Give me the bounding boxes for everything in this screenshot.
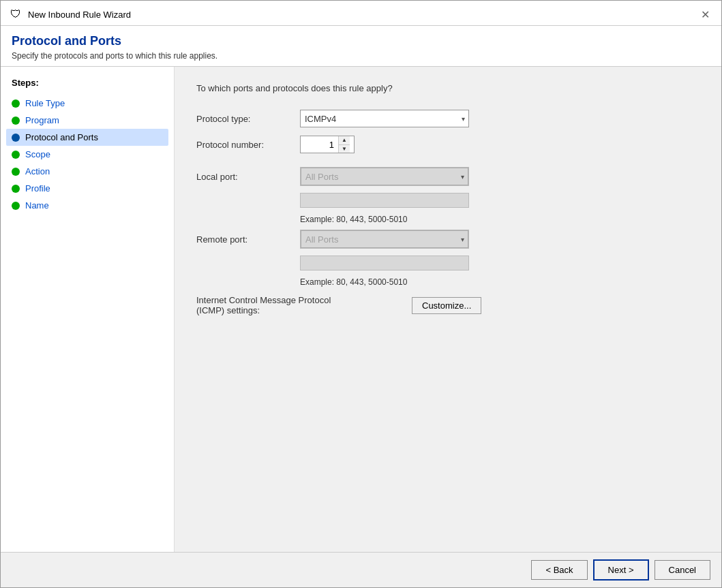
close-button[interactable]: ✕: [697, 6, 713, 22]
customize-button[interactable]: Customize...: [412, 297, 481, 314]
step-dot-profile: [12, 185, 20, 193]
local-port-select[interactable]: All Ports Specific Ports: [301, 168, 468, 185]
sidebar-label-scope: Scope: [25, 149, 50, 159]
remote-port-label: Remote port:: [196, 234, 292, 245]
sidebar-item-scope[interactable]: Scope: [6, 146, 168, 163]
cancel-button[interactable]: Cancel: [655, 560, 710, 580]
step-dot-rule-type: [12, 99, 20, 108]
local-port-section: Local port: All Ports Specific Ports ▾ E…: [196, 167, 700, 224]
local-port-example: Example: 80, 443, 5000-5010: [300, 215, 700, 224]
page-subtitle: Specify the protocols and ports to which…: [12, 51, 710, 61]
sidebar-item-profile[interactable]: Profile: [6, 180, 168, 197]
local-port-label: Local port:: [196, 172, 292, 182]
sidebar-label-action: Action: [25, 166, 50, 176]
icmp-settings-row: Internet Control Message Protocol (ICMP)…: [196, 295, 700, 315]
title-bar: 🛡 New Inbound Rule Wizard ✕: [1, 1, 721, 25]
sidebar-item-action[interactable]: Action: [6, 163, 168, 180]
step-dot-program: [12, 117, 20, 125]
back-button[interactable]: < Back: [531, 560, 587, 580]
local-port-text-input[interactable]: [300, 193, 469, 208]
protocol-number-input[interactable]: [301, 138, 338, 151]
protocol-type-select-wrapper: ICMPv4 Any TCP UDP ICMPv6 Custom ▾: [300, 110, 469, 127]
title-bar-left: 🛡 New Inbound Rule Wizard: [9, 7, 131, 21]
local-port-select-wrapper: All Ports Specific Ports ▾: [300, 167, 469, 186]
protocol-type-label: Protocol type:: [196, 114, 292, 124]
sidebar: Steps: Rule Type Program Protocol and Po…: [1, 67, 175, 552]
protocol-type-row: Protocol type: ICMPv4 Any TCP UDP ICMPv6…: [196, 110, 700, 127]
step-dot-scope: [12, 151, 20, 159]
steps-label: Steps:: [6, 78, 168, 88]
protocol-type-select[interactable]: ICMPv4 Any TCP UDP ICMPv6 Custom: [300, 110, 469, 127]
sidebar-label-rule-type: Rule Type: [25, 98, 65, 108]
step-dot-name: [12, 202, 20, 210]
remote-port-text-row: [196, 256, 700, 270]
header-section: Protocol and Ports Specify the protocols…: [1, 26, 721, 66]
main-panel: To which ports and protocols does this r…: [175, 67, 721, 552]
local-port-text-row: [196, 193, 700, 208]
sidebar-item-program[interactable]: Program: [6, 112, 168, 129]
remote-port-select[interactable]: All Ports Specific Ports: [301, 230, 468, 248]
step-dot-protocol-ports: [12, 134, 20, 142]
remote-port-section: Remote port: All Ports Specific Ports ▾ …: [196, 230, 700, 287]
sidebar-item-name[interactable]: Name: [6, 197, 168, 214]
next-button[interactable]: Next >: [593, 559, 649, 581]
sidebar-item-rule-type[interactable]: Rule Type: [6, 95, 168, 112]
spin-up-button[interactable]: ▲: [339, 136, 350, 144]
protocol-number-input-wrapper: ▲ ▼: [300, 136, 355, 153]
remote-port-example: Example: 80, 443, 5000-5010: [300, 277, 700, 287]
window-title: New Inbound Rule Wizard: [28, 10, 131, 20]
sidebar-label-profile: Profile: [25, 183, 50, 194]
sidebar-label-program: Program: [25, 115, 59, 125]
remote-port-select-wrapper: All Ports Specific Ports ▾: [300, 230, 469, 249]
dialog-window: 🛡 New Inbound Rule Wizard ✕ Protocol and…: [0, 0, 722, 588]
spin-down-button[interactable]: ▼: [339, 144, 350, 153]
question-text: To which ports and protocols does this r…: [196, 83, 700, 93]
local-port-row: Local port: All Ports Specific Ports ▾: [196, 167, 700, 186]
content-area: Steps: Rule Type Program Protocol and Po…: [1, 67, 721, 552]
sidebar-label-protocol-ports: Protocol and Ports: [25, 132, 98, 142]
sidebar-item-protocol-ports[interactable]: Protocol and Ports: [6, 129, 168, 146]
protocol-number-row: Protocol number: ▲ ▼: [196, 136, 700, 153]
spin-buttons: ▲ ▼: [338, 136, 350, 153]
protocol-number-label: Protocol number:: [196, 140, 292, 150]
footer: < Back Next > Cancel: [1, 552, 721, 587]
wizard-icon: 🛡: [9, 7, 22, 21]
remote-port-row: Remote port: All Ports Specific Ports ▾: [196, 230, 700, 249]
page-title: Protocol and Ports: [12, 34, 710, 48]
remote-port-text-input[interactable]: [300, 256, 469, 270]
step-dot-action: [12, 168, 20, 176]
icmp-label: Internet Control Message Protocol (ICMP)…: [196, 295, 401, 315]
sidebar-label-name: Name: [25, 200, 49, 211]
